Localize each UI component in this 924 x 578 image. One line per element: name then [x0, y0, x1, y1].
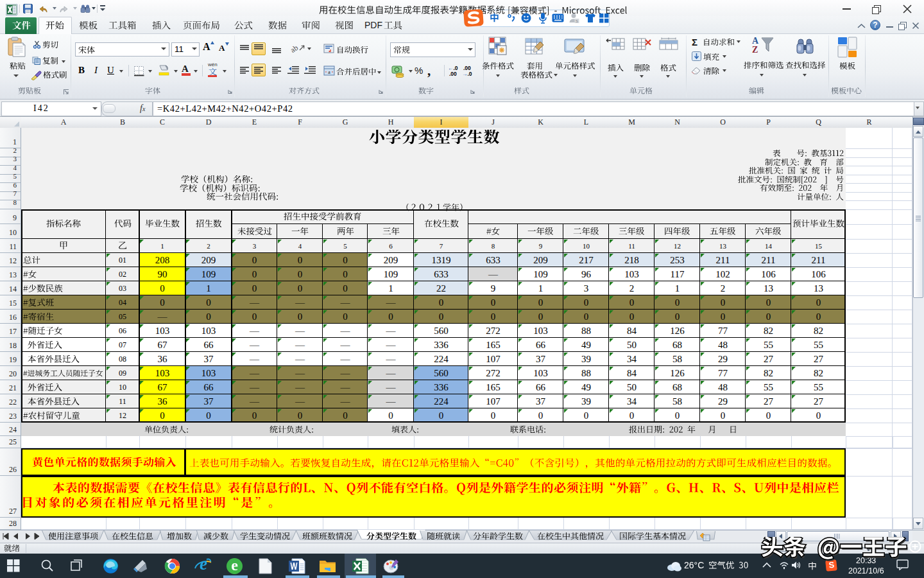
svg-text:ab: ab: [291, 43, 300, 55]
svg-text:a: a: [328, 69, 330, 75]
svg-text:S: S: [576, 19, 578, 23]
